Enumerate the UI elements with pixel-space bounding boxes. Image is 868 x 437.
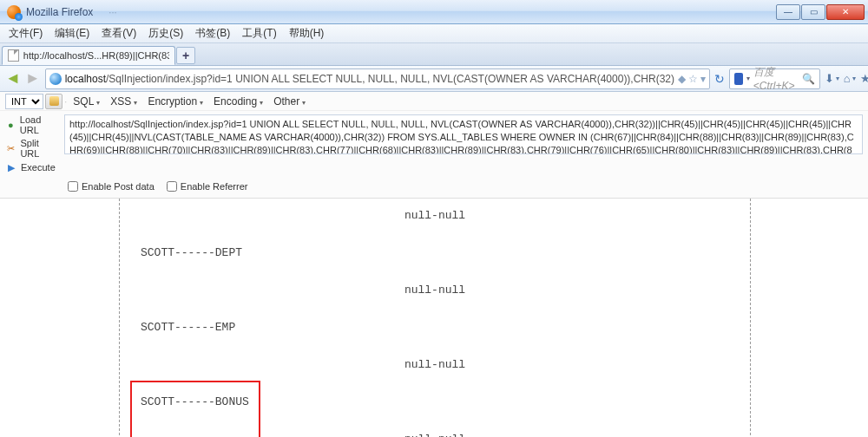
hb-post-checkbox[interactable]: [68, 181, 78, 192]
hackbar-toolbar: INT · SQL XSS Encryption Encoding Other: [0, 92, 868, 111]
null-row: null-null: [120, 284, 750, 297]
close-button[interactable]: ✕: [826, 4, 865, 20]
globe-icon: [49, 73, 62, 85]
url-text: localhost/SqlInjection/index.jsp?id=1 UN…: [65, 73, 674, 85]
menu-history[interactable]: 历史(S): [143, 24, 188, 42]
forward-button[interactable]: ►: [25, 68, 41, 89]
hb-menu-sql[interactable]: SQL: [69, 94, 104, 109]
menubar: 文件(F) 编辑(E) 查看(V) 历史(S) 书签(B) 工具(T) 帮助(H…: [0, 24, 868, 43]
firefox-icon: [7, 5, 21, 19]
hb-split-url[interactable]: ✂Split URL: [5, 138, 59, 159]
url-input[interactable]: localhost/SqlInjection/index.jsp?id=1 UN…: [45, 68, 710, 89]
reload-button[interactable]: ↻: [714, 72, 725, 86]
hb-enable-referrer[interactable]: Enable Referrer: [167, 181, 248, 192]
tab-label: http://localhost/S...HR(89)||CHR(83))--: [23, 50, 169, 61]
menu-help[interactable]: 帮助(H): [284, 24, 330, 42]
hb-menu-encryption[interactable]: Encryption: [143, 94, 207, 109]
bookmarks-button[interactable]: ★: [860, 71, 868, 87]
hb-execute[interactable]: ▶Execute: [5, 161, 59, 173]
execute-icon: ▶: [5, 161, 17, 173]
feed-icon[interactable]: ◆: [678, 73, 686, 85]
tab-strip: http://localhost/S...HR(89)||CHR(83))-- …: [0, 43, 868, 66]
table-row: SCOTT------EMP: [141, 321, 750, 334]
load-icon: ●: [5, 119, 16, 131]
search-placeholder: 百度 <Ctrl+K>: [753, 65, 799, 92]
baidu-icon: [734, 73, 743, 85]
new-tab-button[interactable]: +: [176, 47, 195, 64]
null-row: null-null: [120, 358, 750, 371]
navigation-bar: ◄ ► localhost/SqlInjection/index.jsp?id=…: [0, 66, 868, 92]
home-button[interactable]: ⌂: [844, 71, 856, 87]
hb-enable-post[interactable]: Enable Post data: [68, 181, 155, 192]
hb-ref-checkbox[interactable]: [167, 181, 177, 192]
back-button[interactable]: ◄: [5, 68, 21, 89]
hb-url-textarea[interactable]: http://localhost/SqlInjection/index.jsp?…: [64, 114, 863, 154]
downloads-button[interactable]: ⬇: [825, 71, 839, 87]
search-dropdown-icon[interactable]: ▾: [746, 75, 750, 82]
page-content: null-null SCOTT------DEPT null-null SCOT…: [0, 199, 868, 437]
arrow-left-icon: ◄: [5, 69, 21, 88]
null-row: null-null: [120, 433, 750, 437]
menu-view[interactable]: 查看(V): [96, 24, 141, 42]
hb-db-button[interactable]: [45, 94, 62, 109]
menu-tools[interactable]: 工具(T): [237, 24, 281, 42]
dropdown-icon[interactable]: ▾: [700, 73, 706, 85]
hb-type-select[interactable]: INT: [5, 94, 43, 109]
split-icon: ✂: [5, 142, 16, 154]
maximize-button[interactable]: ▭: [801, 4, 825, 20]
table-row: SCOTT------BONUS: [141, 395, 750, 408]
page-icon: [8, 49, 19, 62]
database-icon: [49, 96, 59, 106]
title-faded: ···: [108, 7, 116, 17]
menu-bookmarks[interactable]: 书签(B): [190, 24, 235, 42]
arrow-right-icon: ►: [25, 69, 41, 88]
window-titlebar: Mozilla Firefox ··· — ▭ ✕: [0, 0, 868, 24]
hb-load-url[interactable]: ●Load URL: [5, 114, 59, 135]
search-icon[interactable]: 🔍: [802, 73, 815, 85]
hb-menu-encoding[interactable]: Encoding: [209, 94, 267, 109]
hb-menu-xss[interactable]: XSS: [106, 94, 141, 109]
null-row: null-null: [120, 209, 750, 222]
hb-menu-other[interactable]: Other: [269, 94, 310, 109]
result-table: null-null SCOTT------DEPT null-null SCOT…: [119, 199, 751, 437]
table-row: SCOTT------DEPT: [141, 246, 750, 259]
tab-active[interactable]: http://localhost/S...HR(89)||CHR(83))--: [2, 46, 175, 65]
menu-edit[interactable]: 编辑(E): [49, 24, 95, 42]
bookmark-star-icon[interactable]: ☆: [688, 73, 698, 85]
search-input[interactable]: ▾ 百度 <Ctrl+K> 🔍: [729, 68, 820, 89]
hb-actions: ●Load URL ✂Split URL ▶Execute: [5, 114, 59, 173]
window-title: Mozilla Firefox: [26, 6, 93, 18]
menu-file[interactable]: 文件(F): [3, 24, 48, 42]
hackbar-panel: INT · SQL XSS Encryption Encoding Other …: [0, 92, 868, 199]
minimize-button[interactable]: —: [776, 4, 800, 20]
